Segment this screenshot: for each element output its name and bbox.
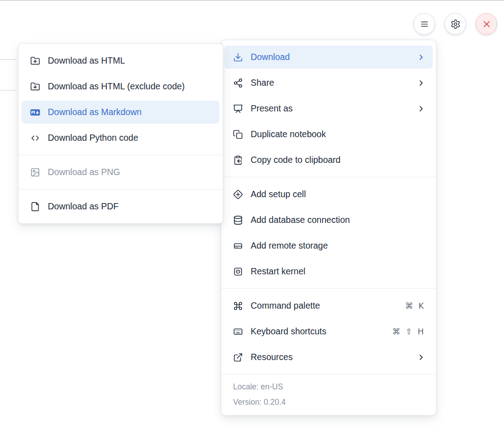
menu-item-label: Resources — [251, 352, 409, 362]
menu-item-download-as-html-exclude-code[interactable]: Download as HTML (exclude code) — [18, 74, 223, 99]
chevron-right-icon — [417, 353, 425, 361]
power-icon — [233, 267, 243, 277]
menu-footer: Locale: en-US Version: 0.20.4 — [221, 374, 436, 415]
settings-button[interactable] — [444, 13, 466, 35]
hard-drive-icon — [233, 241, 243, 251]
menu-item-label: Add setup cell — [251, 189, 425, 199]
menu-item-label: Share — [251, 78, 409, 88]
page-top-border — [0, 0, 504, 1]
chevron-right-icon — [417, 53, 425, 61]
menu-item-command-palette[interactable]: Command palette⌘ K — [221, 293, 436, 319]
presentation-icon — [233, 104, 243, 114]
menu-item-label: Copy code to clipboard — [251, 155, 425, 165]
menu-group: Download as HTMLDownload as HTML (exclud… — [18, 44, 223, 155]
floating-toolbar — [413, 13, 497, 35]
menu-item-label: Download as HTML — [48, 56, 212, 66]
menu-item-download[interactable]: Download — [225, 46, 433, 69]
menu-item-label: Download as PNG — [48, 167, 212, 177]
notebook-actions-menu: DownloadSharePresent asDuplicate noteboo… — [221, 40, 436, 416]
file-icon — [30, 202, 40, 212]
menu-item-download-as-png: Download as PNG — [18, 159, 223, 185]
menu-item-label: Keyboard shortcuts — [251, 326, 385, 337]
menu-item-restart-kernel[interactable]: Restart kernel — [221, 259, 436, 284]
menu-item-label: Restart kernel — [251, 266, 425, 277]
close-icon — [481, 19, 492, 29]
menu-item-add-setup-cell[interactable]: Add setup cell — [221, 181, 436, 207]
menu-item-label: Download as HTML (exclude code) — [48, 81, 212, 92]
markdown-icon — [30, 107, 40, 117]
menu-item-add-remote-storage[interactable]: Add remote storage — [221, 233, 436, 259]
background-cell-border — [0, 90, 17, 91]
database-icon — [233, 215, 243, 225]
menu-item-copy-code-to-clipboard[interactable]: Copy code to clipboard — [221, 147, 436, 173]
menu-group: Command palette⌘ KKeyboard shortcuts⌘ ⇧ … — [221, 289, 436, 374]
menu-group: Add setup cellAdd database connectionAdd… — [221, 177, 436, 288]
shortcut-hint: ⌘ ⇧ H — [392, 327, 425, 336]
version-text: Version: 0.20.4 — [233, 394, 424, 410]
menu-item-label: Duplicate notebook — [251, 129, 425, 139]
close-button[interactable] — [476, 13, 497, 35]
share-icon — [233, 78, 243, 88]
menu-item-label: Present as — [251, 103, 409, 114]
clipboard-copy-icon — [233, 155, 243, 165]
menu-group: Download as PDF — [18, 190, 223, 223]
shortcut-hint: ⌘ K — [405, 301, 425, 310]
keyboard-icon — [233, 327, 243, 337]
menu-item-add-database-connection[interactable]: Add database connection — [221, 207, 436, 233]
diamond-plus-icon — [233, 190, 243, 199]
menu-item-download-as-html[interactable]: Download as HTML — [18, 48, 223, 74]
menu-item-label: Download as Markdown — [48, 107, 212, 117]
hamburger-menu-icon — [419, 19, 430, 29]
gear-icon — [450, 19, 461, 29]
chevron-right-icon — [417, 79, 425, 87]
folder-down-icon — [30, 82, 40, 92]
menu-item-label: Add database connection — [251, 215, 425, 225]
menu-item-label: Command palette — [251, 301, 397, 311]
notebook-menu-button[interactable] — [413, 13, 435, 35]
menu-item-label: Add remote storage — [251, 240, 425, 251]
menu-item-duplicate-notebook[interactable]: Duplicate notebook — [221, 121, 436, 147]
duplicate-icon — [233, 130, 243, 139]
chevron-right-icon — [417, 105, 425, 113]
menu-item-share[interactable]: Share — [221, 70, 436, 96]
menu-item-keyboard-shortcuts[interactable]: Keyboard shortcuts⌘ ⇧ H — [221, 319, 436, 344]
background-cell-border — [0, 59, 17, 60]
menu-item-download-python-code[interactable]: Download Python code — [18, 125, 223, 151]
locale-text: Locale: en-US — [233, 379, 424, 394]
menu-item-present-as[interactable]: Present as — [221, 96, 436, 121]
external-link-icon — [233, 352, 243, 362]
menu-item-label: Download Python code — [48, 133, 212, 143]
menu-group: DownloadSharePresent asDuplicate noteboo… — [221, 40, 436, 177]
menu-item-label: Download as PDF — [48, 201, 212, 212]
menu-item-download-as-pdf[interactable]: Download as PDF — [18, 194, 223, 219]
download-submenu: Download as HTMLDownload as HTML (exclud… — [18, 43, 223, 224]
menu-item-download-as-markdown[interactable]: Download as Markdown — [22, 101, 220, 124]
menu-item-label: Download — [251, 52, 409, 62]
command-icon — [233, 301, 243, 311]
code-icon — [30, 133, 40, 143]
download-icon — [233, 52, 243, 62]
folder-down-icon — [30, 56, 40, 66]
image-icon — [30, 167, 40, 177]
menu-item-resources[interactable]: Resources — [221, 344, 436, 370]
menu-group: Download as PNG — [18, 155, 223, 189]
